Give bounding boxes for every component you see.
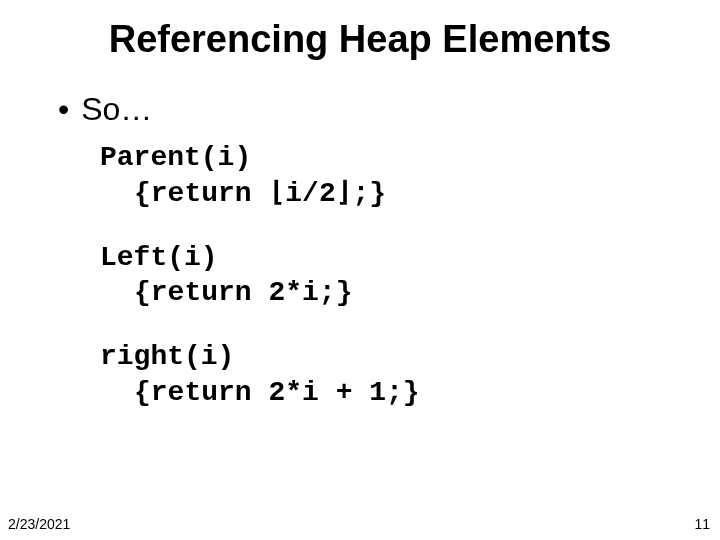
code-right: right(i) {return 2*i + 1;} bbox=[58, 339, 680, 411]
bullet-text: So… bbox=[81, 91, 152, 128]
code-right-sig: right(i) bbox=[100, 341, 234, 372]
footer-date: 2/23/2021 bbox=[8, 516, 70, 532]
code-left-body: {return 2*i;} bbox=[100, 277, 352, 308]
slide: Referencing Heap Elements • So… Parent(i… bbox=[0, 0, 720, 540]
code-parent-body: {return ⌊i/2⌋;} bbox=[100, 178, 386, 209]
footer-page: 11 bbox=[694, 516, 710, 532]
page-title: Referencing Heap Elements bbox=[40, 18, 680, 61]
code-parent-sig: Parent(i) bbox=[100, 142, 251, 173]
content: • So… Parent(i) {return ⌊i/2⌋;} Left(i) … bbox=[40, 91, 680, 411]
code-right-body: {return 2*i + 1;} bbox=[100, 377, 420, 408]
code-left: Left(i) {return 2*i;} bbox=[58, 240, 680, 312]
code-left-sig: Left(i) bbox=[100, 242, 218, 273]
bullet-mark: • bbox=[58, 91, 69, 128]
code-parent: Parent(i) {return ⌊i/2⌋;} bbox=[58, 140, 680, 212]
bullet-so: • So… bbox=[58, 91, 680, 128]
